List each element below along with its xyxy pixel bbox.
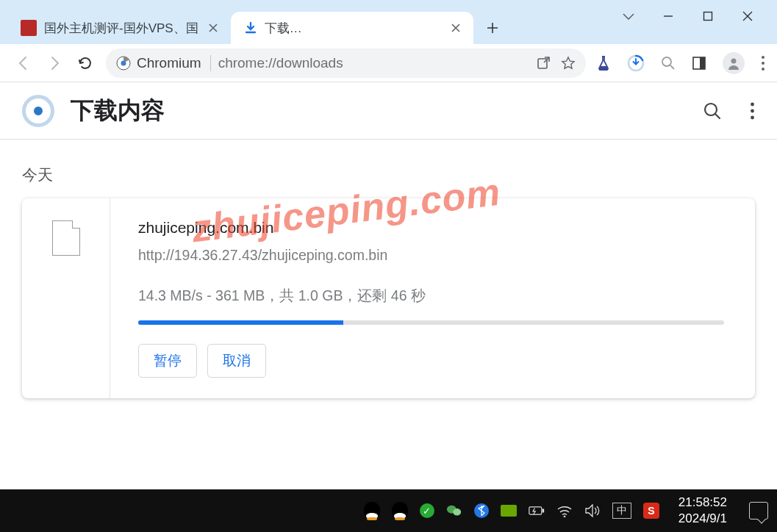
address-bar[interactable]: Chromium chrome://downloads xyxy=(106,48,586,78)
download-source-url[interactable]: http://194.36.27.43/zhujiceping.com.bin xyxy=(138,247,724,264)
site-chip[interactable]: Chromium xyxy=(116,55,211,71)
svg-rect-7 xyxy=(700,57,705,69)
svg-rect-0 xyxy=(704,12,712,21)
back-button[interactable] xyxy=(13,53,34,73)
window-maximize-button[interactable] xyxy=(701,9,715,24)
svg-point-10 xyxy=(762,62,765,65)
site-favicon xyxy=(21,20,37,36)
star-icon[interactable] xyxy=(561,56,576,71)
system-tray: ✓ 中 S 21:58:52 2024/9/1 xyxy=(364,495,768,527)
search-icon[interactable] xyxy=(661,56,676,71)
download-card: zhujiceping.com.bin http://194.36.27.43/… xyxy=(22,198,755,398)
svg-point-2 xyxy=(121,60,126,65)
menu-icon[interactable] xyxy=(761,55,765,71)
taskbar: ✓ 中 S 21:58:52 2024/9/1 xyxy=(0,489,777,532)
nvidia-icon[interactable] xyxy=(501,505,517,517)
sogou-ime-icon[interactable]: S xyxy=(643,503,659,519)
tab-title: 国外主机测评-国外VPS、国 xyxy=(44,20,198,37)
download-status: 14.3 MB/s - 361 MB，共 1.0 GB，还剩 46 秒 xyxy=(138,286,724,306)
svg-point-13 xyxy=(751,102,754,106)
page-header: 下载内容 xyxy=(0,82,777,140)
pause-button[interactable]: 暂停 xyxy=(138,344,197,378)
tab-strip: 国外主机测评-国外VPS、国 下载内容 xyxy=(0,0,777,44)
download-card-icon-area xyxy=(22,198,110,398)
cancel-button[interactable]: 取消 xyxy=(207,344,266,378)
svg-point-14 xyxy=(751,109,754,112)
status-ok-icon[interactable]: ✓ xyxy=(420,503,434,518)
qq-icon[interactable] xyxy=(392,503,408,519)
window-minimize-button[interactable] xyxy=(661,9,676,24)
forward-button[interactable] xyxy=(44,53,65,73)
reload-button[interactable] xyxy=(75,53,96,73)
battery-icon[interactable] xyxy=(529,503,545,519)
search-downloads-button[interactable] xyxy=(703,101,722,121)
site-chip-label: Chromium xyxy=(137,55,201,71)
profile-avatar[interactable] xyxy=(723,52,745,74)
svg-point-5 xyxy=(662,57,671,66)
new-tab-button[interactable] xyxy=(479,15,506,41)
download-filename[interactable]: zhujiceping.com.bin xyxy=(138,219,724,237)
clock[interactable]: 21:58:52 2024/9/1 xyxy=(678,495,727,527)
file-icon xyxy=(52,220,80,256)
tab-inactive[interactable]: 国外主机测评-国外VPS、国 xyxy=(7,12,231,44)
ime-indicator[interactable]: 中 xyxy=(612,503,631,519)
more-options-button[interactable] xyxy=(750,101,755,121)
tab-active[interactable]: 下载内容 xyxy=(231,12,473,44)
window-close-button[interactable] xyxy=(740,9,755,24)
svg-point-9 xyxy=(762,56,765,59)
toolbar-actions xyxy=(596,52,765,74)
window-controls xyxy=(621,0,773,32)
browser-toolbar: Chromium chrome://downloads xyxy=(0,44,777,82)
clock-time: 21:58:52 xyxy=(678,495,727,511)
qq-icon[interactable] xyxy=(364,503,380,519)
clock-date: 2024/9/1 xyxy=(678,511,727,527)
section-today-label: 今天 xyxy=(22,165,755,185)
wifi-icon[interactable] xyxy=(556,503,573,519)
flask-icon[interactable] xyxy=(596,55,611,71)
download-progress-bar xyxy=(138,320,724,325)
svg-point-8 xyxy=(731,58,737,63)
reading-list-icon[interactable] xyxy=(692,56,706,71)
share-icon[interactable] xyxy=(536,56,551,71)
svg-point-20 xyxy=(564,516,566,517)
tab-close-button[interactable] xyxy=(448,21,463,35)
tab-close-button[interactable] xyxy=(206,21,221,35)
notifications-icon[interactable] xyxy=(749,502,768,520)
download-icon xyxy=(244,21,257,35)
url-text: chrome://downloads xyxy=(218,55,343,71)
tab-title: 下载内容 xyxy=(265,20,309,37)
svg-rect-18 xyxy=(529,507,542,514)
svg-rect-19 xyxy=(542,508,544,512)
bluetooth-icon[interactable] xyxy=(474,503,489,518)
svg-point-17 xyxy=(453,508,461,516)
chevron-down-icon[interactable] xyxy=(621,9,636,24)
chromium-logo-icon xyxy=(22,95,54,127)
volume-icon[interactable] xyxy=(584,503,601,519)
wechat-icon[interactable] xyxy=(446,503,462,519)
download-progress-icon[interactable] xyxy=(627,54,645,72)
svg-point-15 xyxy=(751,115,754,119)
downloads-content: 今天 zhujiceping.com.bin http://194.36.27.… xyxy=(0,140,777,423)
svg-point-11 xyxy=(762,68,765,71)
chromium-icon xyxy=(116,56,131,71)
page-title: 下载内容 xyxy=(71,95,165,127)
